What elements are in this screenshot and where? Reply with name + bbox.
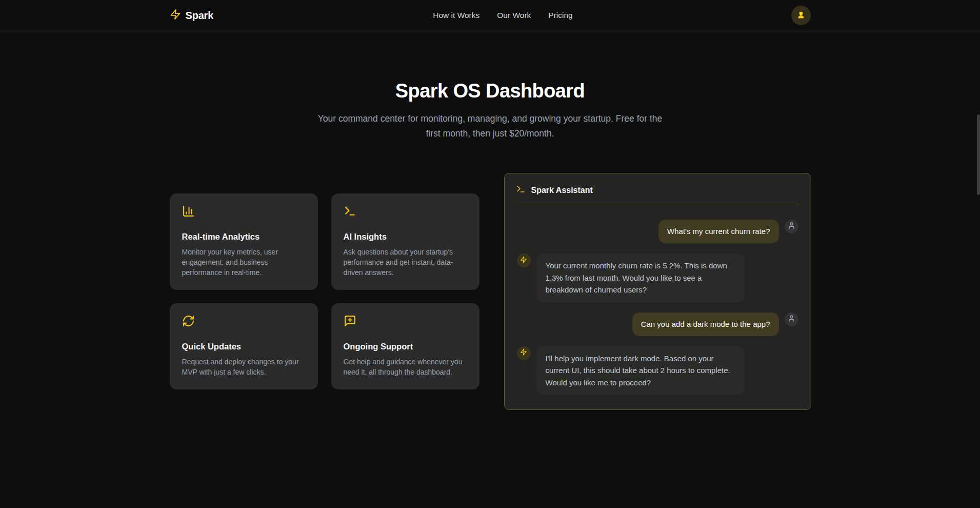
user-message-bubble: Can you add a dark mode to the app? (632, 312, 779, 336)
user-avatar (785, 312, 798, 326)
chat-messages: What's my current churn rate? Your curre… (505, 205, 811, 395)
feature-grid: Real-time Analytics Monitor your key met… (170, 193, 479, 389)
feature-card-ai-insights: AI Insights Ask questions about your sta… (331, 193, 479, 290)
zap-icon (520, 348, 527, 358)
content-row: Real-time Analytics Monitor your key met… (170, 173, 811, 410)
user-avatar (785, 220, 798, 233)
message-square-plus-icon (344, 320, 356, 329)
chart-column-icon (182, 210, 195, 219)
feature-description: Request and deploy changes to your MVP w… (182, 357, 306, 377)
feature-card-ongoing-support: Ongoing Support Get help and guidance wh… (331, 303, 479, 389)
navbar: Spark How it Works Our Work Pricing (0, 0, 980, 31)
hero-section: Spark OS Dashboard Your command center f… (0, 80, 980, 141)
assistant-panel-title: Spark Assistant (531, 186, 593, 195)
assistant-message-bubble: Your current monthly churn rate is 5.2%.… (536, 253, 745, 302)
terminal-icon (516, 184, 526, 196)
feature-card-realtime-analytics: Real-time Analytics Monitor your key met… (170, 193, 318, 290)
chat-message-user: Can you add a dark mode to the app? (517, 312, 798, 336)
feature-title: Quick Updates (182, 342, 306, 351)
zap-icon (520, 256, 527, 265)
feature-description: Monitor your key metrics, user engagemen… (182, 247, 306, 278)
assistant-avatar (517, 346, 531, 360)
feature-description: Ask questions about your startup's perfo… (344, 247, 467, 278)
spark-assistant-panel: Spark Assistant What's my current churn … (504, 173, 811, 410)
page-subtitle: Your command center for monitoring, mana… (313, 111, 667, 141)
feature-card-quick-updates: Quick Updates Request and deploy changes… (170, 303, 318, 389)
feature-description: Get help and guidance whenever you need … (344, 357, 467, 377)
feature-title: Real-time Analytics (182, 232, 306, 242)
assistant-avatar (517, 253, 531, 267)
page-title: Spark OS Dashboard (0, 80, 980, 102)
terminal-icon (344, 210, 356, 219)
feature-title: AI Insights (344, 232, 467, 242)
account-avatar-button[interactable] (791, 6, 811, 25)
user-message-bubble: What's my current churn rate? (658, 220, 778, 243)
nav-link-how-it-works[interactable]: How it Works (433, 11, 479, 20)
brand-logo[interactable]: Spark (170, 9, 214, 22)
chat-message-assistant: I'll help you implement dark mode. Based… (517, 346, 798, 395)
zap-icon (170, 9, 181, 22)
refresh-icon (182, 320, 195, 329)
nav-links: How it Works Our Work Pricing (433, 11, 572, 20)
navbar-inner: Spark How it Works Our Work Pricing (170, 0, 811, 31)
user-icon (796, 10, 806, 21)
feature-title: Ongoing Support (344, 342, 467, 351)
nav-link-pricing[interactable]: Pricing (548, 11, 572, 20)
user-icon (788, 222, 795, 231)
user-icon (788, 315, 795, 324)
assistant-panel-header: Spark Assistant (505, 173, 811, 205)
chat-message-assistant: Your current monthly churn rate is 5.2%.… (517, 253, 798, 302)
chat-message-user: What's my current churn rate? (517, 220, 798, 243)
assistant-message-bubble: I'll help you implement dark mode. Based… (536, 346, 745, 395)
nav-link-our-work[interactable]: Our Work (497, 11, 531, 20)
page-scrollbar-thumb[interactable] (977, 114, 980, 195)
brand-name: Spark (186, 10, 214, 22)
